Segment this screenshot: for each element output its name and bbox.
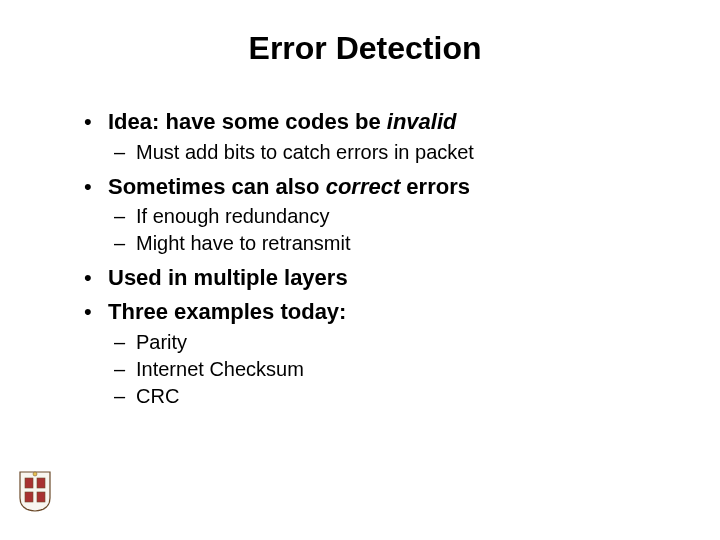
sub-bullet-item: Must add bits to catch errors in packet (108, 139, 670, 166)
svg-rect-0 (25, 478, 33, 488)
bullet-main: Used in multiple layers (108, 265, 348, 290)
bullet-text-pre: Idea: have some codes be (108, 109, 387, 134)
sub-bullet-list: Must add bits to catch errors in packet (108, 139, 670, 166)
bullet-item: Used in multiple layers (80, 263, 670, 293)
bullet-item: Three examples today: Parity Internet Ch… (80, 297, 670, 410)
svg-rect-2 (25, 492, 33, 502)
bullet-text-pre: Three examples today: (108, 299, 346, 324)
bullet-text-em: invalid (387, 109, 457, 134)
bullet-item: Sometimes can also correct errors If eno… (80, 172, 670, 258)
svg-rect-1 (37, 478, 45, 488)
sub-bullet-item: If enough redundancy (108, 203, 670, 230)
sub-bullet-item: Might have to retransmit (108, 230, 670, 257)
bullet-item: Idea: have some codes be invalid Must ad… (80, 107, 670, 166)
slide: Error Detection Idea: have some codes be… (0, 0, 720, 540)
sub-bullet-item: CRC (108, 383, 670, 410)
bullet-text-em: correct (326, 174, 401, 199)
bullet-main: Idea: have some codes be invalid (108, 109, 456, 134)
sub-bullet-list: If enough redundancy Might have to retra… (108, 203, 670, 257)
sub-bullet-list: Parity Internet Checksum CRC (108, 329, 670, 410)
bullet-main: Sometimes can also correct errors (108, 174, 470, 199)
slide-title: Error Detection (60, 30, 670, 67)
sub-bullet-item: Internet Checksum (108, 356, 670, 383)
svg-point-4 (33, 472, 37, 476)
slide-content: Idea: have some codes be invalid Must ad… (60, 107, 670, 410)
bullet-text-pre: Used in multiple layers (108, 265, 348, 290)
bullet-main: Three examples today: (108, 299, 346, 324)
bullet-text-pre: Sometimes can also (108, 174, 326, 199)
sub-bullet-item: Parity (108, 329, 670, 356)
university-crest-icon (18, 468, 52, 512)
svg-rect-3 (37, 492, 45, 502)
bullet-list: Idea: have some codes be invalid Must ad… (80, 107, 670, 410)
bullet-text-post: errors (400, 174, 470, 199)
